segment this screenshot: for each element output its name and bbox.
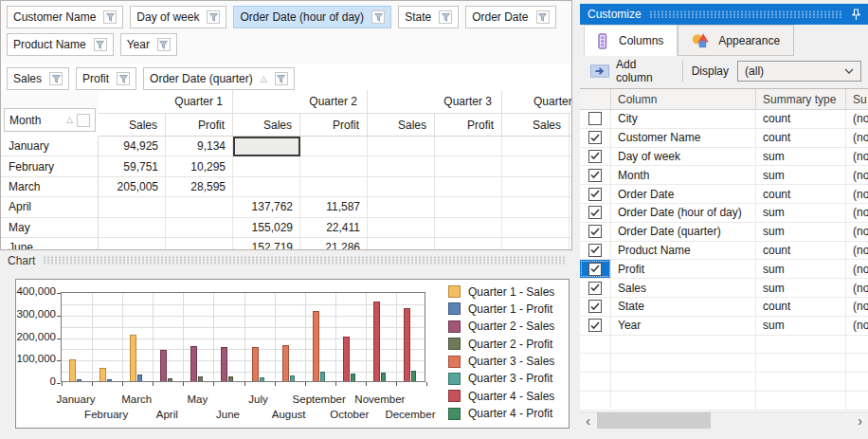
- column-header[interactable]: Column: [611, 89, 756, 109]
- tab-columns[interactable]: Columns: [584, 25, 678, 56]
- summary-extra-cell[interactable]: [846, 336, 868, 354]
- data-cell[interactable]: [368, 218, 435, 238]
- summary-type-cell[interactable]: sum: [756, 223, 846, 241]
- column-name-cell[interactable]: Sales: [611, 279, 756, 297]
- checkbox-cell[interactable]: [580, 354, 611, 372]
- column-list-row-sales[interactable]: Salessum(no: [580, 279, 868, 298]
- display-dropdown[interactable]: (all): [737, 61, 861, 82]
- data-cell[interactable]: [435, 197, 502, 217]
- quarter-group-header[interactable]: Quarter 1: [99, 90, 233, 114]
- checkbox-cell[interactable]: [580, 336, 611, 354]
- data-cell[interactable]: 9,134: [166, 137, 233, 156]
- summary-extra-cell[interactable]: [846, 354, 868, 372]
- data-cell[interactable]: [502, 197, 570, 217]
- row-header-january[interactable]: January: [1, 137, 99, 156]
- data-cell[interactable]: [435, 137, 502, 156]
- row-header-june[interactable]: June: [1, 238, 99, 250]
- filter-field-state[interactable]: State: [398, 6, 459, 28]
- data-cell[interactable]: 137,762: [233, 197, 300, 217]
- data-cell[interactable]: [435, 238, 502, 250]
- summary-type-cell[interactable]: sum: [756, 148, 846, 166]
- summary-extra-cell[interactable]: (no: [846, 260, 868, 278]
- data-cell[interactable]: [233, 137, 300, 156]
- data-cell[interactable]: [166, 218, 233, 238]
- data-cell[interactable]: [300, 156, 368, 176]
- filter-field-day-of-week[interactable]: Day of week: [130, 6, 226, 28]
- column-list-row-city[interactable]: Citycount(no: [580, 110, 868, 129]
- checkbox[interactable]: [588, 244, 602, 257]
- measure-subheader[interactable]: Sales: [99, 114, 166, 137]
- column-name-cell[interactable]: [611, 373, 756, 391]
- filter-field-order-date-hour-of-day-[interactable]: Order Date (hour of day): [233, 6, 391, 28]
- column-name-cell[interactable]: Customer Name: [611, 129, 756, 147]
- data-cell[interactable]: [233, 177, 300, 197]
- summary-extra-cell[interactable]: (no: [846, 204, 868, 222]
- checkbox-column-header[interactable]: [580, 89, 611, 109]
- checkbox[interactable]: [588, 300, 602, 313]
- summary-extra-cell[interactable]: (no: [846, 298, 868, 316]
- summary-type-cell[interactable]: count: [756, 129, 846, 147]
- column-list-row-day-of-week[interactable]: Day of weeksum(no: [580, 148, 868, 167]
- data-cell[interactable]: [300, 177, 368, 197]
- filter-funnel-icon[interactable]: [157, 38, 171, 51]
- data-cell[interactable]: [99, 197, 166, 217]
- data-cell[interactable]: [502, 177, 570, 197]
- data-cell[interactable]: [435, 218, 502, 238]
- column-name-cell[interactable]: [611, 392, 756, 410]
- scroll-right-icon[interactable]: ›: [852, 412, 868, 429]
- chart-splitter-bar[interactable]: Chart: [0, 250, 574, 270]
- measure-subheader[interactable]: Sales: [368, 114, 435, 137]
- row-header-april[interactable]: April: [1, 197, 99, 217]
- summary-type-cell[interactable]: sum: [756, 166, 846, 184]
- summary-type-cell[interactable]: [756, 354, 846, 372]
- filter-field-order-date[interactable]: Order Date: [465, 6, 555, 28]
- column-name-cell[interactable]: Order Date (hour of day): [611, 204, 756, 222]
- data-cell[interactable]: [435, 156, 502, 176]
- data-field-profit[interactable]: Profit: [76, 67, 136, 90]
- filter-funnel-icon[interactable]: [439, 10, 452, 24]
- data-field-sales[interactable]: Sales: [7, 67, 69, 90]
- checkbox-cell[interactable]: [580, 129, 611, 147]
- column-list-row-state[interactable]: Statecount(no: [580, 298, 868, 317]
- data-cell[interactable]: 11,587: [300, 197, 368, 217]
- checkbox-cell[interactable]: [580, 223, 611, 241]
- checkbox[interactable]: [588, 225, 602, 238]
- data-cell[interactable]: [166, 238, 233, 250]
- data-cell[interactable]: [99, 238, 166, 250]
- data-cell[interactable]: [435, 177, 502, 197]
- checkbox[interactable]: [588, 282, 602, 295]
- data-cell[interactable]: 205,005: [99, 177, 166, 197]
- checkbox[interactable]: [588, 263, 602, 276]
- horizontal-scrollbar[interactable]: ‹ ›: [580, 412, 868, 428]
- data-cell[interactable]: [502, 156, 570, 176]
- data-cell[interactable]: [570, 197, 571, 217]
- filter-field-product-name[interactable]: Product Name: [7, 33, 114, 56]
- summary-type-cell[interactable]: sum: [756, 317, 846, 335]
- data-cell[interactable]: [368, 238, 435, 250]
- checkbox[interactable]: [588, 131, 602, 144]
- checkbox-cell[interactable]: [580, 166, 611, 184]
- filter-funnel-icon[interactable]: [275, 72, 288, 85]
- filter-funnel-icon[interactable]: [103, 10, 117, 24]
- summary-type-cell[interactable]: [756, 373, 846, 391]
- scroll-left-icon[interactable]: ‹: [580, 412, 596, 429]
- column-list-row-year[interactable]: Yearsum(no: [580, 317, 868, 336]
- row-header-march[interactable]: March: [1, 177, 99, 197]
- summary-type-cell[interactable]: count: [756, 298, 846, 316]
- row-field-month-header[interactable]: Month △: [4, 108, 96, 132]
- sort-ascending-icon[interactable]: △: [66, 116, 73, 124]
- checkbox-cell[interactable]: [580, 317, 611, 335]
- filter-funnel-icon[interactable]: [117, 72, 130, 85]
- filter-field-year[interactable]: Year: [120, 33, 177, 56]
- checkbox[interactable]: [588, 206, 602, 219]
- data-cell[interactable]: [570, 177, 571, 197]
- summary-extra-cell[interactable]: (no: [846, 223, 868, 241]
- customize-title-bar[interactable]: Customize: [580, 4, 868, 25]
- measure-subheader[interactable]: Profit: [435, 114, 502, 137]
- summary-extra-cell[interactable]: (no: [846, 317, 868, 335]
- checkbox[interactable]: [588, 112, 602, 125]
- checkbox-cell[interactable]: [580, 279, 611, 297]
- checkbox-cell[interactable]: [580, 185, 611, 203]
- column-list-row-month[interactable]: Monthsum(no: [580, 166, 868, 185]
- checkbox[interactable]: [588, 169, 602, 182]
